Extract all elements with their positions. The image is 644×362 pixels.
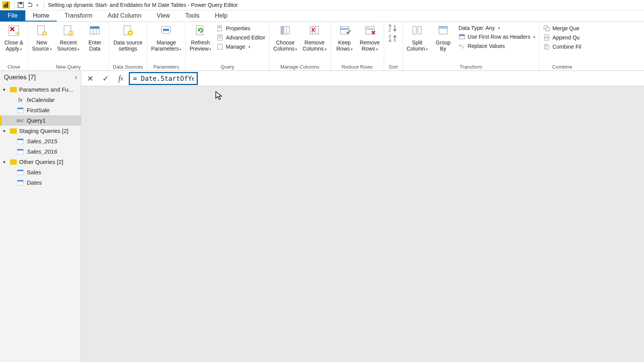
split-column-icon <box>410 23 424 38</box>
svg-rect-40 <box>418 26 421 34</box>
query-query1[interactable]: ABC Query1 <box>0 115 81 126</box>
advanced-editor-button[interactable]: Advanced Editor <box>217 33 265 42</box>
svg-rect-28 <box>310 26 319 34</box>
table-icon <box>17 139 24 144</box>
qat-dropdown-icon[interactable]: ▾ <box>36 3 38 7</box>
query-firstsale[interactable]: FirstSale <box>0 105 81 115</box>
group-query-label: Query <box>221 64 234 70</box>
group-managecols-label: Manage Columns <box>280 64 319 70</box>
svg-rect-23 <box>218 44 222 49</box>
group-newquery-label: New Query <box>56 64 81 70</box>
svg-rect-60 <box>17 170 23 171</box>
svg-rect-54 <box>17 108 23 109</box>
cancel-formula-button[interactable]: ✕ <box>83 72 97 85</box>
headers-icon <box>458 33 465 40</box>
tab-home[interactable]: Home <box>25 10 57 21</box>
query-sales[interactable]: Sales <box>0 167 81 177</box>
group-datasources-label: Data Sources <box>113 64 143 70</box>
group-transform-label: Transform <box>460 64 482 70</box>
choose-columns-button[interactable]: Choose Columns▾ <box>273 23 297 52</box>
group-by-icon <box>436 23 450 38</box>
query-sales2016[interactable]: Sales_2016 <box>0 146 81 157</box>
refresh-preview-button[interactable]: Refresh Preview▾ <box>189 23 211 52</box>
formula-input[interactable] <box>129 72 198 85</box>
tab-help[interactable]: Help <box>207 10 235 21</box>
data-source-settings-icon <box>121 23 135 38</box>
split-column-button[interactable]: Split Column▾ <box>407 23 428 52</box>
remove-columns-button[interactable]: Remove Columns▾ <box>302 23 326 52</box>
folder-other[interactable]: ▾ Other Queries [2] <box>0 157 81 167</box>
manage-button[interactable]: Manage▾ <box>217 43 265 51</box>
svg-rect-20 <box>218 26 222 31</box>
data-source-settings-button[interactable]: Data source settings <box>113 23 142 52</box>
window-title: Setting up dynamic Start- and Enddates f… <box>48 2 238 8</box>
group-reducerows-label: Reduce Rows <box>342 64 373 70</box>
folder-icon <box>10 159 17 165</box>
svg-rect-42 <box>439 26 447 29</box>
svg-point-16 <box>129 32 131 34</box>
collapse-sidebar-icon[interactable]: ‹ <box>75 73 77 81</box>
group-by-button[interactable]: Group By <box>433 23 453 52</box>
svg-rect-8 <box>64 26 71 35</box>
remove-rows-icon <box>363 23 377 38</box>
manage-parameters-icon <box>159 23 174 38</box>
choose-columns-icon <box>278 23 292 38</box>
table-icon <box>17 149 24 154</box>
tab-add-column[interactable]: Add Column <box>100 10 149 21</box>
accept-formula-button[interactable]: ✓ <box>98 72 113 85</box>
tab-tools[interactable]: Tools <box>177 10 207 21</box>
sort-desc-button[interactable]: ZA <box>388 34 399 43</box>
svg-rect-39 <box>413 26 416 34</box>
query-sales2015[interactable]: Sales_2015 <box>0 136 81 146</box>
svg-rect-0 <box>4 5 5 8</box>
group-sort-label: Sort <box>389 64 398 70</box>
query-dates[interactable]: Dates <box>0 177 81 188</box>
combine-files-button[interactable]: Combine Fil <box>543 43 581 51</box>
svg-rect-22 <box>218 35 222 40</box>
svg-text:A: A <box>389 24 391 28</box>
new-source-icon <box>34 23 49 38</box>
enter-data-button[interactable]: Enter Data <box>85 23 105 52</box>
enter-data-icon <box>87 23 102 38</box>
svg-rect-50 <box>544 38 549 40</box>
append-queries-button[interactable]: Append Qu <box>543 33 581 42</box>
first-row-headers-button[interactable]: Use First Row as Headers▾ <box>458 33 535 41</box>
svg-rect-21 <box>219 27 221 28</box>
svg-text:Z: Z <box>389 28 391 32</box>
remove-rows-button[interactable]: Remove Rows▾ <box>360 23 380 52</box>
queries-sidebar: Queries [7] ‹ ▾ Parameters and Fu... fx … <box>0 71 81 362</box>
group-combine-label: Combine <box>552 64 572 70</box>
ribbon-tabs: File Home Transform Add Column View Tool… <box>0 10 644 22</box>
svg-rect-11 <box>90 26 99 29</box>
sort-asc-button[interactable]: AZ <box>388 23 399 33</box>
tab-file[interactable]: File <box>0 10 25 21</box>
recent-sources-icon <box>61 23 76 38</box>
table-icon <box>17 108 24 113</box>
replace-values-button[interactable]: 12 Replace Values <box>458 42 535 50</box>
keep-rows-button[interactable]: Keep Rows▾ <box>335 23 355 52</box>
svg-rect-4 <box>19 2 22 4</box>
properties-button[interactable]: Properties <box>217 24 265 33</box>
undo-icon[interactable] <box>26 2 33 8</box>
tab-view[interactable]: View <box>149 10 177 21</box>
close-apply-icon <box>7 23 21 38</box>
table-icon <box>17 180 24 185</box>
data-type-button[interactable]: Data Type: Any▾ <box>458 24 535 32</box>
query-fxcalendar[interactable]: fx fxCalendar <box>0 95 81 105</box>
folder-parameters[interactable]: ▾ Parameters and Fu... <box>0 84 81 95</box>
folder-icon <box>10 87 17 92</box>
svg-text:2: 2 <box>462 46 464 49</box>
merge-queries-button[interactable]: Merge Que <box>543 24 581 33</box>
fx-icon[interactable]: fx <box>113 72 128 85</box>
save-icon[interactable] <box>17 2 24 8</box>
tab-transform[interactable]: Transform <box>57 10 100 21</box>
close-apply-button[interactable]: Close & Apply▾ <box>4 23 24 52</box>
recent-sources-button[interactable]: Recent Sources▾ <box>57 23 79 52</box>
svg-rect-34 <box>366 28 374 30</box>
svg-rect-18 <box>163 29 169 31</box>
folder-staging[interactable]: ▾ Staging Queries [2] <box>0 126 81 136</box>
manage-parameters-button[interactable]: Manage Parameters▾ <box>151 23 181 52</box>
svg-text:Z: Z <box>389 34 391 39</box>
new-source-button[interactable]: New Source▾ <box>32 23 52 52</box>
formula-bar: ✕ ✓ fx <box>81 71 644 86</box>
